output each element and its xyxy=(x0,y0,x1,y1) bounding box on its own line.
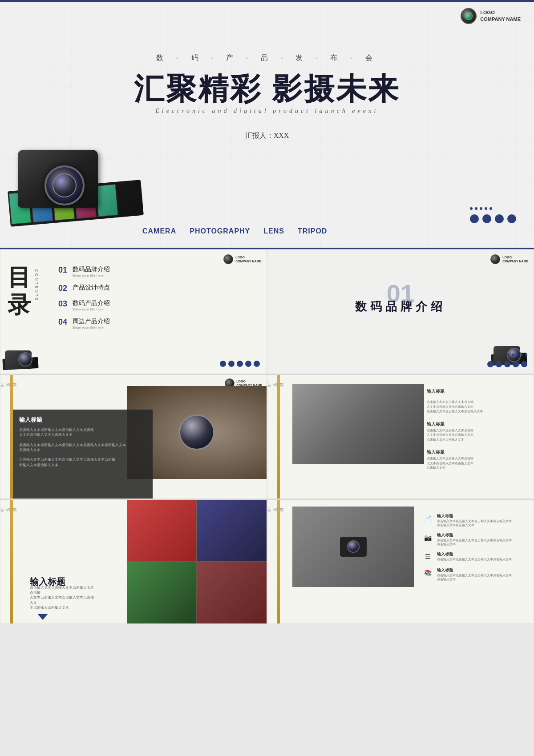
toc-dots xyxy=(220,361,260,367)
hero-logo: LOGO COMPANY NAME xyxy=(461,8,521,24)
cameras-photo-grid xyxy=(127,500,267,623)
bsd-1 xyxy=(507,354,510,356)
large-dot-4 xyxy=(507,214,516,223)
icon-text-4: 输入标题 点击输入文本点击输入文本点击输入文本点击输入文本点击输入文本 xyxy=(437,567,512,581)
brand-logo: LOGO COMPANY NAME xyxy=(490,254,528,264)
small-dot-3 xyxy=(480,207,482,210)
content-inner-2: 输入标题 点击输入文本点击输入文本点击输入文本点击输入文本点击输入文本点击输入文… xyxy=(280,375,534,499)
icon-body-2: 点击输入文本点击输入文本点击输入文本点击输入文本点击输入文本 xyxy=(437,538,512,546)
keyword-tripod: TRIPOD xyxy=(298,227,327,235)
icon-1: 📄 xyxy=(423,513,433,524)
icon-body-1: 点击输入文本点击输入文本点击输入文本点击输入文本点走输入文本点击输入文本 xyxy=(437,519,512,527)
small-dot-4 xyxy=(485,207,487,210)
text-blocks-right: 输入标题 点击输入文本点击输入文本点击输入文本点击输入文本点击输入文本点击输入文… xyxy=(427,388,528,470)
dark-text-box: 输入标题 点击输入文本点击输入文本点击输入文本点击输 入文本点击输入文本点击输入… xyxy=(13,410,153,499)
large-dot-2 xyxy=(482,214,491,223)
logo-text: LOGO COMPANY NAME xyxy=(480,9,521,23)
toc-cam-lens xyxy=(18,352,32,366)
brand-dots xyxy=(487,361,527,367)
brand-dot-3 xyxy=(504,361,510,367)
toc-camera-thumb xyxy=(5,347,36,369)
toc-title-area: 目 录 CONTENTS xyxy=(8,265,39,316)
side-label-cam: 数码品介 xyxy=(0,500,10,623)
camera-lens-icon xyxy=(44,165,85,205)
side-label-right: 数码品牌 xyxy=(267,375,277,499)
slide-toc: LOGO COMPANY NAME 目 录 CONTENTS 01 数码品牌介绍… xyxy=(0,249,267,374)
icon-text-3: 输入标题 点击输入文本点击输入文本点击输入文本点击输入文本 xyxy=(437,551,512,561)
arrow-down-icon xyxy=(37,614,48,620)
bsd-5 xyxy=(525,354,527,356)
toc-logo-lens xyxy=(223,254,233,264)
brand-logo-lens xyxy=(490,254,500,264)
small-dot-1 xyxy=(470,207,473,210)
slides-grid-row2: 数码品介 LOGOCOMPANY NAME 输入标题 点击输入文本点击输入文本点… xyxy=(0,374,534,499)
icon-2: 📷 xyxy=(423,532,433,543)
slide-content-car: 数码品牌 输入标题 点击输入文本点击输入文本点击输入文本点击输入文本点击输入文本… xyxy=(267,374,534,499)
car-photo xyxy=(292,384,424,464)
bsd-2 xyxy=(512,354,514,356)
bsd-3 xyxy=(516,354,518,356)
toc-contents-label: CONTENTS xyxy=(34,269,39,302)
cam-cell-3 xyxy=(127,562,197,623)
tb-body-1: 点击输入文本点击输入文本点击输入文本点击输入文本点击输入文本点击输入文本点击输入… xyxy=(427,400,528,414)
side-label-left: 数码品介 xyxy=(0,375,10,499)
toc-dot-5 xyxy=(254,361,260,367)
toc-logo: LOGO COMPANY NAME xyxy=(223,254,261,264)
icons-inner: 📄 输入标题 点击输入文本点击输入文本点击输入文本点击输入文本点走输入文本点击输… xyxy=(280,500,534,623)
toc-dot-3 xyxy=(237,361,243,367)
tb-title-3: 输入标题 xyxy=(427,449,528,455)
mini-cam-lens xyxy=(347,540,360,553)
tb-body-2: 点击输入文本点击输入文本点击输入文本点击输入文本点击输入文本点击输入文本点击输入… xyxy=(427,428,528,442)
slides-grid-row3: 数码品介 LOGOCOMPANY NAME 输入标题 点击输入文本点击输入文本点… xyxy=(0,499,534,624)
brand-small-dots xyxy=(507,354,527,356)
car-placeholder xyxy=(292,384,424,464)
hero-decorative-dots xyxy=(470,207,516,223)
cam-cell-1 xyxy=(127,500,197,561)
content-inner-1: 输入标题 点击输入文本点击输入文本点击输入文本点击输 入文本点击输入文本点击输入… xyxy=(13,375,267,499)
slide-content-lens: 数码品介 LOGOCOMPANY NAME 输入标题 点击输入文本点击输入文本点… xyxy=(0,374,267,499)
hero-reporter: 汇报人：XXX xyxy=(245,131,289,141)
cameras-body-text: 点击输入文本点击输入文本点击输入文本点击输 入文本点击输入文本点击输入文本点击输… xyxy=(30,585,97,610)
cameras-collage-grid xyxy=(127,500,267,623)
brand-dot-1 xyxy=(487,361,494,367)
toc-item-4: 04 周边产品介绍 Enter your title here xyxy=(58,318,244,330)
slide-brand-intro: LOGO COMPANY NAME 01 数码品牌介绍 xyxy=(267,249,534,374)
cameras-inner: 输入标题 点击输入文本点击输入文本点击输入文本点击输 入文本点击输入文本点击输入… xyxy=(13,500,267,623)
small-dot-2 xyxy=(475,207,477,210)
toc-dot-4 xyxy=(245,361,251,367)
top-border xyxy=(0,0,534,2)
film-cell-5 xyxy=(96,184,118,217)
keyword-camera: CAMERA xyxy=(142,227,176,235)
keyword-photography: PHOTOGRAPHY xyxy=(190,227,250,235)
icon-body-3: 点击输入文本点击输入文本点击输入文本点击输入文本 xyxy=(437,557,512,561)
icon-text-1: 输入标题 点击输入文本点击输入文本点击输入文本点击输入文本点走输入文本点击输入文… xyxy=(437,513,512,527)
brand-title: 数码品牌介绍 xyxy=(355,299,446,314)
toc-item-2: 02 产品设计特点 xyxy=(58,284,244,293)
icon-row-4: 📚 输入标题 点击输入文本点击输入文本点击输入文本点击输入文本点击输入文本 xyxy=(423,567,529,581)
small-dot-5 xyxy=(490,207,492,210)
toc-dot-1 xyxy=(220,361,226,367)
toc-item-1: 01 数码品牌介绍 Enter your title here xyxy=(58,265,244,277)
large-dot-1 xyxy=(470,214,479,223)
icon-text-2: 输入标题 点击输入文本点击输入文本点击输入文本点击输入文本点击输入文本 xyxy=(437,532,512,546)
text-block-row-1: 输入标题 xyxy=(427,388,528,395)
toc-item-3: 03 数码产品介绍 Enter your title here xyxy=(58,299,244,311)
toc-items-list: 01 数码品牌介绍 Enter your title here 02 产品设计特… xyxy=(58,265,244,336)
icon-row-1: 📄 输入标题 点击输入文本点击输入文本点击输入文本点击输入文本点走输入文本点击输… xyxy=(423,513,529,527)
logo-lens-icon xyxy=(461,8,477,24)
brand-logo-text: LOGO COMPANY NAME xyxy=(502,255,528,263)
cam-cell-2 xyxy=(197,500,267,561)
tb-body-3: 点击输入文本点击输入文本点击输入文本点击输入文本点击输入文本点击输入文本 xyxy=(427,456,528,470)
lens-circle-icon xyxy=(179,414,214,450)
bsd-4 xyxy=(521,354,523,356)
tb-title-1: 输入标题 xyxy=(427,388,445,394)
cam-cell-4 xyxy=(197,562,267,623)
content1-input-title: 输入标题 xyxy=(19,416,146,424)
brand-dot-5 xyxy=(521,361,527,367)
slide-cameras-collage: 数码品介 LOGOCOMPANY NAME 输入标题 点击输入文本点击输入文本点… xyxy=(0,499,267,624)
icon-body-4: 点击输入文本点击输入文本点击输入文本点击输入文本点击输入文本 xyxy=(437,573,512,581)
hero-en-title: Electronic and digital product launch ev… xyxy=(155,108,379,115)
hero-slide: LOGO COMPANY NAME 数 - 码 - 产 - 品 - 发 - 布 … xyxy=(0,0,534,249)
tb-title-2: 输入标题 xyxy=(427,421,528,427)
toc-logo-text: LOGO COMPANY NAME xyxy=(235,255,261,263)
